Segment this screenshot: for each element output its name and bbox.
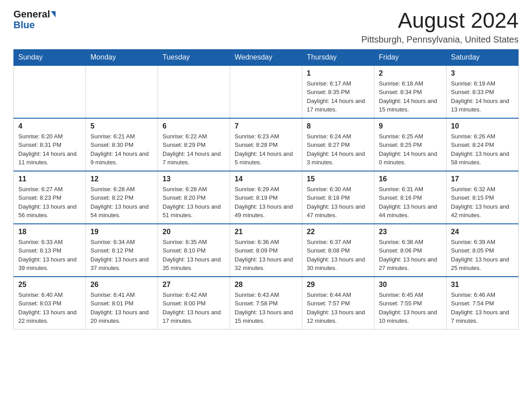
day-number: 14 [235,175,297,183]
calendar-week-row: 11Sunrise: 6:27 AM Sunset: 8:23 PM Dayli… [14,171,519,224]
day-number: 12 [90,175,153,183]
day-number: 7 [235,122,297,130]
calendar-day-cell: 12Sunrise: 6:28 AM Sunset: 8:22 PM Dayli… [86,171,158,224]
day-info: Sunrise: 6:28 AM Sunset: 8:22 PM Dayligh… [90,185,153,220]
calendar-day-cell: 31Sunrise: 6:46 AM Sunset: 7:54 PM Dayli… [446,277,519,330]
day-number: 27 [163,281,225,289]
day-info: Sunrise: 6:45 AM Sunset: 7:55 PM Dayligh… [379,291,442,325]
day-number: 20 [163,228,225,236]
day-info: Sunrise: 6:30 AM Sunset: 8:18 PM Dayligh… [307,185,369,220]
calendar-day-cell [14,65,86,118]
day-info: Sunrise: 6:31 AM Sunset: 8:16 PM Dayligh… [379,185,442,220]
calendar-table: SundayMondayTuesdayWednesdayThursdayFrid… [13,49,519,330]
calendar-day-cell: 15Sunrise: 6:30 AM Sunset: 8:18 PM Dayli… [302,171,374,224]
day-of-week-header: Wednesday [230,49,302,65]
day-number: 24 [451,228,514,236]
calendar-week-row: 18Sunrise: 6:33 AM Sunset: 8:13 PM Dayli… [14,224,519,277]
day-number: 31 [451,281,514,289]
day-info: Sunrise: 6:27 AM Sunset: 8:23 PM Dayligh… [18,185,81,220]
calendar-day-cell: 23Sunrise: 6:38 AM Sunset: 8:06 PM Dayli… [374,224,446,277]
calendar-day-cell: 3Sunrise: 6:19 AM Sunset: 8:33 PM Daylig… [446,65,519,118]
calendar-day-cell: 30Sunrise: 6:45 AM Sunset: 7:55 PM Dayli… [374,277,446,330]
day-info: Sunrise: 6:24 AM Sunset: 8:27 PM Dayligh… [307,132,369,167]
day-number: 10 [451,122,514,130]
calendar-day-cell: 2Sunrise: 6:18 AM Sunset: 8:34 PM Daylig… [374,65,446,118]
calendar-day-cell: 9Sunrise: 6:25 AM Sunset: 8:25 PM Daylig… [374,118,446,171]
day-number: 16 [379,175,442,183]
day-info: Sunrise: 6:20 AM Sunset: 8:31 PM Dayligh… [18,132,81,167]
day-number: 4 [18,122,81,130]
day-number: 26 [90,281,153,289]
day-of-week-header: Thursday [302,49,374,65]
day-info: Sunrise: 6:42 AM Sunset: 8:00 PM Dayligh… [163,291,225,325]
month-title: August 2024 [361,9,519,33]
page-header: General Blue August 2024 Pittsburgh, Pen… [13,9,519,45]
day-info: Sunrise: 6:18 AM Sunset: 8:34 PM Dayligh… [379,79,442,114]
day-info: Sunrise: 6:43 AM Sunset: 7:58 PM Dayligh… [235,291,297,325]
day-number: 6 [163,122,225,130]
day-info: Sunrise: 6:44 AM Sunset: 7:57 PM Dayligh… [307,291,369,325]
calendar-day-cell: 20Sunrise: 6:35 AM Sunset: 8:10 PM Dayli… [158,224,230,277]
day-number: 23 [379,228,442,236]
calendar-day-cell: 19Sunrise: 6:34 AM Sunset: 8:12 PM Dayli… [86,224,158,277]
calendar-day-cell: 8Sunrise: 6:24 AM Sunset: 8:27 PM Daylig… [302,118,374,171]
day-number: 30 [379,281,442,289]
day-info: Sunrise: 6:28 AM Sunset: 8:20 PM Dayligh… [163,185,225,220]
calendar-day-cell: 13Sunrise: 6:28 AM Sunset: 8:20 PM Dayli… [158,171,230,224]
calendar-day-cell: 11Sunrise: 6:27 AM Sunset: 8:23 PM Dayli… [14,171,86,224]
day-number: 25 [18,281,81,289]
calendar-day-cell: 16Sunrise: 6:31 AM Sunset: 8:16 PM Dayli… [374,171,446,224]
day-number: 1 [307,69,369,77]
day-info: Sunrise: 6:34 AM Sunset: 8:12 PM Dayligh… [90,238,153,273]
day-info: Sunrise: 6:17 AM Sunset: 8:35 PM Dayligh… [307,79,369,114]
calendar-day-cell: 21Sunrise: 6:36 AM Sunset: 8:09 PM Dayli… [230,224,302,277]
calendar-day-cell: 1Sunrise: 6:17 AM Sunset: 8:35 PM Daylig… [302,65,374,118]
day-info: Sunrise: 6:46 AM Sunset: 7:54 PM Dayligh… [451,291,514,325]
day-number: 5 [90,122,153,130]
day-info: Sunrise: 6:21 AM Sunset: 8:30 PM Dayligh… [90,132,153,167]
calendar-day-cell: 24Sunrise: 6:39 AM Sunset: 8:05 PM Dayli… [446,224,519,277]
day-info: Sunrise: 6:33 AM Sunset: 8:13 PM Dayligh… [18,238,81,273]
day-info: Sunrise: 6:23 AM Sunset: 8:28 PM Dayligh… [235,132,297,167]
day-info: Sunrise: 6:32 AM Sunset: 8:15 PM Dayligh… [451,185,514,220]
calendar-day-cell: 17Sunrise: 6:32 AM Sunset: 8:15 PM Dayli… [446,171,519,224]
day-number: 18 [18,228,81,236]
day-of-week-header: Saturday [446,49,519,65]
day-info: Sunrise: 6:19 AM Sunset: 8:33 PM Dayligh… [451,79,514,114]
day-number: 2 [379,69,442,77]
day-number: 3 [451,69,514,77]
day-number: 15 [307,175,369,183]
day-number: 29 [307,281,369,289]
day-info: Sunrise: 6:38 AM Sunset: 8:06 PM Dayligh… [379,238,442,273]
calendar-day-cell [158,65,230,118]
logo-general-text: General [13,9,50,20]
day-info: Sunrise: 6:41 AM Sunset: 8:01 PM Dayligh… [90,291,153,325]
logo-blue-text: Blue [13,19,35,30]
calendar-day-cell: 22Sunrise: 6:37 AM Sunset: 8:08 PM Dayli… [302,224,374,277]
day-number: 19 [90,228,153,236]
day-info: Sunrise: 6:25 AM Sunset: 8:25 PM Dayligh… [379,132,442,167]
day-of-week-header: Monday [86,49,158,65]
day-info: Sunrise: 6:36 AM Sunset: 8:09 PM Dayligh… [235,238,297,273]
calendar-day-cell: 18Sunrise: 6:33 AM Sunset: 8:13 PM Dayli… [14,224,86,277]
day-number: 28 [235,281,297,289]
day-number: 17 [451,175,514,183]
day-info: Sunrise: 6:35 AM Sunset: 8:10 PM Dayligh… [163,238,225,273]
calendar-day-cell: 6Sunrise: 6:22 AM Sunset: 8:29 PM Daylig… [158,118,230,171]
calendar-day-cell: 28Sunrise: 6:43 AM Sunset: 7:58 PM Dayli… [230,277,302,330]
day-of-week-header: Tuesday [158,49,230,65]
day-number: 8 [307,122,369,130]
day-info: Sunrise: 6:39 AM Sunset: 8:05 PM Dayligh… [451,238,514,273]
day-number: 22 [307,228,369,236]
day-of-week-header: Friday [374,49,446,65]
day-info: Sunrise: 6:26 AM Sunset: 8:24 PM Dayligh… [451,132,514,167]
calendar-week-row: 4Sunrise: 6:20 AM Sunset: 8:31 PM Daylig… [14,118,519,171]
day-info: Sunrise: 6:40 AM Sunset: 8:03 PM Dayligh… [18,291,81,325]
calendar-day-cell: 25Sunrise: 6:40 AM Sunset: 8:03 PM Dayli… [14,277,86,330]
calendar-day-cell: 4Sunrise: 6:20 AM Sunset: 8:31 PM Daylig… [14,118,86,171]
calendar-week-row: 25Sunrise: 6:40 AM Sunset: 8:03 PM Dayli… [14,277,519,330]
calendar-week-row: 1Sunrise: 6:17 AM Sunset: 8:35 PM Daylig… [14,65,519,118]
day-header-row: SundayMondayTuesdayWednesdayThursdayFrid… [14,49,519,65]
calendar-day-cell [86,65,158,118]
calendar-day-cell: 5Sunrise: 6:21 AM Sunset: 8:30 PM Daylig… [86,118,158,171]
